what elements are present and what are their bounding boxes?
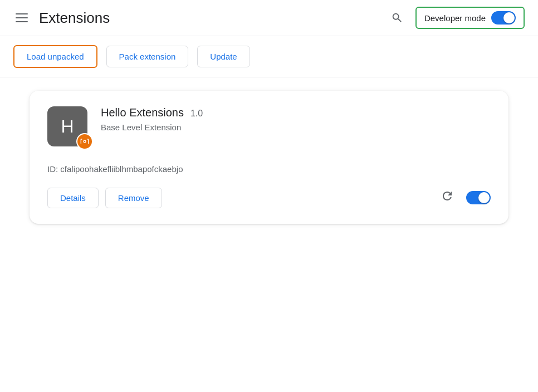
card-top: H Hello Extensions 1.0 Base Level Extens…: [47, 106, 491, 146]
extension-description: Base Level Extension: [101, 122, 491, 132]
extension-info: Hello Extensions 1.0 Base Level Extensio…: [101, 106, 491, 132]
extension-name-row: Hello Extensions 1.0: [101, 106, 491, 119]
header-left: Extensions: [13, 9, 110, 27]
card-actions-right: [438, 187, 491, 208]
search-icon: [391, 12, 403, 24]
developer-mode-label: Developer mode: [424, 13, 486, 23]
load-unpacked-button[interactable]: Load unpacked: [13, 45, 97, 68]
toggle-track: [491, 11, 516, 24]
toggle-thumb: [503, 12, 515, 23]
developer-mode-box: Developer mode: [415, 7, 525, 29]
header-right: Developer mode: [388, 7, 525, 29]
extension-icon-letter: H: [61, 116, 74, 137]
header: Extensions Developer mode: [0, 0, 538, 36]
reload-icon: [441, 189, 454, 203]
details-button[interactable]: Details: [47, 188, 99, 208]
update-button[interactable]: Update: [197, 46, 250, 67]
extension-id: ID: cfalipoohakefliiblhmbapofckaebjo: [47, 164, 491, 174]
card-bottom: Details Remove: [47, 187, 491, 208]
search-button[interactable]: [388, 8, 407, 27]
extension-toggle[interactable]: [466, 191, 491, 204]
menu-icon[interactable]: [13, 11, 30, 24]
extension-name: Hello Extensions: [101, 106, 184, 119]
developer-mode-toggle[interactable]: [491, 11, 516, 24]
extension-version: 1.0: [190, 109, 203, 119]
pack-extension-button[interactable]: Pack extension: [106, 46, 189, 67]
extension-toggle-thumb: [478, 192, 490, 203]
remove-button[interactable]: Remove: [105, 188, 162, 208]
extension-icon-wrapper: H: [47, 106, 87, 146]
page-title: Extensions: [39, 9, 110, 27]
extension-badge: [76, 133, 93, 150]
main-content: H Hello Extensions 1.0 Base Level Extens…: [0, 77, 538, 237]
badge-icon: [80, 137, 89, 146]
reload-button[interactable]: [438, 187, 456, 208]
extension-card: H Hello Extensions 1.0 Base Level Extens…: [30, 91, 508, 224]
extension-toggle-track: [466, 191, 491, 204]
toolbar: Load unpacked Pack extension Update: [0, 36, 538, 77]
